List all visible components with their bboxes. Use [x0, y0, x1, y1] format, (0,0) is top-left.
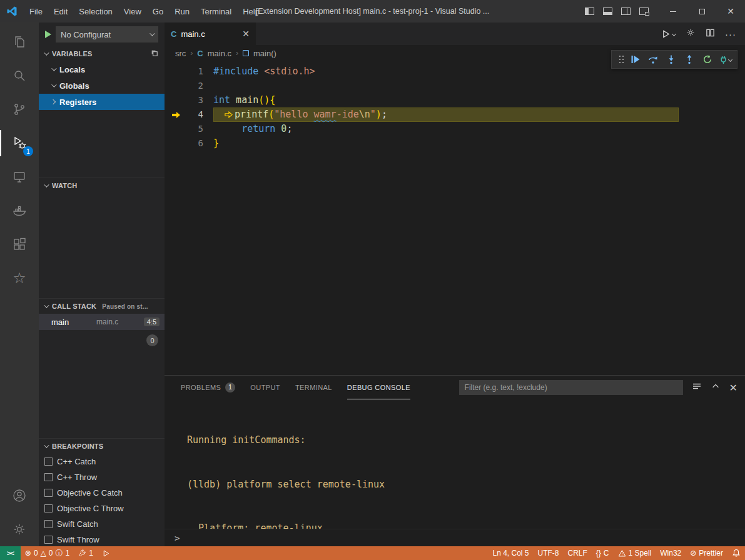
breakpoint-cpp-catch[interactable]: C++ Catch: [39, 454, 165, 469]
breakpoint-checkbox[interactable]: [44, 504, 53, 512]
split-editor-icon[interactable]: [706, 28, 715, 40]
menu-bar: File Edit Selection View Go Run Terminal…: [24, 0, 265, 22]
menu-view[interactable]: View: [118, 0, 147, 22]
console-filter-input[interactable]: [459, 380, 683, 395]
minimize-button[interactable]: [659, 0, 687, 22]
menu-edit[interactable]: Edit: [48, 0, 73, 22]
more-actions-icon[interactable]: ···: [725, 29, 736, 39]
menu-selection[interactable]: Selection: [73, 0, 118, 22]
debug-console-input[interactable]: >: [165, 529, 745, 546]
notifications-bell[interactable]: [727, 546, 745, 560]
tab-main-c[interactable]: C main.c ✕: [165, 22, 256, 45]
breakpoint-checkbox[interactable]: [44, 473, 53, 481]
token: main: [230, 93, 258, 108]
drag-handle[interactable]: [615, 51, 625, 68]
problems-badge: 1: [225, 382, 235, 392]
breakpoint-objc-catch[interactable]: Objective C Catch: [39, 485, 165, 501]
explorer-icon[interactable]: [0, 25, 39, 59]
console-menu-lines-icon[interactable]: [692, 381, 702, 394]
call-stack-header[interactable]: CALL STACK Paused on st...: [39, 299, 165, 314]
platform-indicator[interactable]: Win32: [656, 546, 686, 560]
remote-explorer-icon[interactable]: [0, 160, 39, 194]
breakpoint-checkbox[interactable]: [44, 536, 53, 544]
breakpoint-cpp-throw[interactable]: C++ Throw: [39, 469, 165, 485]
disconnect-button[interactable]: [717, 51, 734, 68]
inline-instruction-marker-icon: [225, 111, 233, 118]
debug-session-indicator[interactable]: [98, 546, 114, 560]
breakpoint-checkbox[interactable]: [44, 458, 53, 466]
menu-terminal[interactable]: Terminal: [195, 0, 237, 22]
collapse-all-icon[interactable]: [150, 49, 160, 59]
maximize-panel-chevron-icon[interactable]: [711, 382, 720, 393]
debug-sidebar: No Configurat VARIABLES Locals: [39, 22, 165, 546]
problems-indicator[interactable]: ⊗ 0 △ 0 ⓘ 1: [21, 546, 74, 560]
toggle-sidebar-icon[interactable]: [585, 8, 594, 15]
c-file-icon: C: [197, 49, 203, 58]
menu-run[interactable]: Run: [169, 0, 195, 22]
tab-terminal[interactable]: TERMINAL: [295, 376, 332, 399]
maximize-button[interactable]: [687, 0, 716, 22]
token: (: [268, 108, 274, 122]
title-bar: File Edit Selection View Go Run Terminal…: [0, 0, 745, 22]
watch-header[interactable]: WATCH: [39, 178, 165, 193]
settings-gear-icon[interactable]: [0, 512, 39, 546]
remote-indicator[interactable]: ><: [0, 546, 21, 560]
line-number: 1: [187, 64, 203, 79]
breadcrumb-file[interactable]: main.c: [208, 49, 231, 58]
current-instruction-arrow-icon[interactable]: [165, 111, 187, 119]
breakpoint-swift-catch[interactable]: Swift Catch: [39, 516, 165, 532]
eol-indicator[interactable]: CRLF: [564, 546, 592, 560]
tab-debug-console[interactable]: DEBUG CONSOLE: [347, 376, 410, 399]
continue-button[interactable]: [626, 51, 643, 68]
remote-icon: ><: [7, 549, 14, 557]
search-icon[interactable]: [0, 59, 39, 92]
tab-output[interactable]: OUTPUT: [250, 376, 280, 399]
run-debug-icon[interactable]: 1: [0, 126, 39, 160]
scope-registers[interactable]: Registers: [39, 94, 165, 110]
toggle-secondary-sidebar-icon[interactable]: [621, 8, 631, 15]
close-button[interactable]: ✕: [716, 0, 745, 22]
customize-layout-icon[interactable]: [639, 8, 649, 15]
toggle-panel-icon[interactable]: [603, 8, 612, 15]
editor-settings-gear-icon[interactable]: [686, 28, 696, 40]
editor-scrollbar[interactable]: [739, 61, 745, 375]
favorites-icon[interactable]: ☆: [0, 261, 39, 295]
breakpoints-header[interactable]: BREAKPOINTS: [39, 439, 165, 454]
encoding-indicator[interactable]: UTF-8: [534, 546, 564, 560]
tab-close-icon[interactable]: ✕: [242, 29, 250, 39]
source-control-icon[interactable]: [0, 92, 39, 126]
scope-globals[interactable]: Globals: [39, 78, 165, 94]
tab-problems[interactable]: PROBLEMS 1: [181, 376, 235, 399]
breakpoint-objc-throw[interactable]: Objective C Throw: [39, 501, 165, 516]
close-panel-icon[interactable]: ✕: [729, 382, 737, 394]
extensions-icon[interactable]: [0, 228, 39, 261]
menu-go[interactable]: Go: [147, 0, 169, 22]
account-icon[interactable]: [0, 479, 39, 512]
breakpoint-swift-throw[interactable]: Swift Throw: [39, 532, 165, 546]
docker-icon[interactable]: [0, 194, 39, 228]
breakpoint-checkbox[interactable]: [44, 520, 53, 528]
code-editor[interactable]: 1 #include <stdio.h> 2 3 int main(){: [165, 61, 745, 375]
menu-file[interactable]: File: [24, 0, 48, 22]
start-debug-icon[interactable]: [45, 31, 51, 38]
breadcrumb-src[interactable]: src: [175, 49, 186, 58]
stack-frame-row[interactable]: main main.c 4:5: [39, 314, 165, 330]
step-into-button[interactable]: [662, 51, 679, 68]
variables-header[interactable]: VARIABLES: [39, 46, 165, 61]
language-mode[interactable]: {} C: [592, 546, 614, 560]
debug-console-output: Running initCommands: (lldb) platform se…: [165, 399, 745, 529]
spell-checker-indicator[interactable]: 1 Spell: [614, 546, 656, 560]
cursor-position[interactable]: Ln 4, Col 5: [488, 546, 533, 560]
tab-problems-label: PROBLEMS: [181, 384, 221, 391]
breakpoints-section: BREAKPOINTS C++ Catch C++ Throw Objectiv…: [39, 438, 165, 546]
scope-locals[interactable]: Locals: [39, 61, 165, 78]
breakpoint-checkbox[interactable]: [44, 489, 53, 497]
breadcrumb-symbol[interactable]: main(): [253, 49, 276, 58]
restart-button[interactable]: [699, 51, 716, 68]
run-file-button[interactable]: [661, 29, 676, 39]
launch-config-dropdown[interactable]: No Configurat: [56, 26, 158, 42]
tasks-indicator[interactable]: 1: [74, 546, 98, 560]
step-over-button[interactable]: [644, 51, 661, 68]
formatter-indicator[interactable]: ⊘ Prettier: [686, 546, 727, 560]
step-out-button[interactable]: [681, 51, 697, 68]
